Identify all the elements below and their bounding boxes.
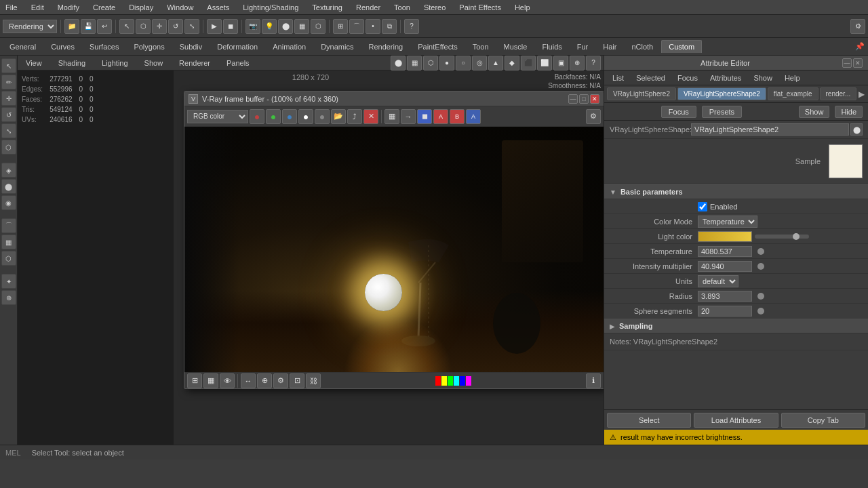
- vray-close-btn[interactable]: ✕: [590, 94, 599, 104]
- menu-display[interactable]: Display: [126, 2, 156, 13]
- vp-icon-13[interactable]: ?: [586, 56, 601, 70]
- toolbar-btn-question[interactable]: ?: [404, 19, 419, 34]
- toolbar-btn-tex[interactable]: ▦: [294, 19, 309, 34]
- curve-tool-btn[interactable]: ⌒: [1, 218, 16, 233]
- sample-swatch[interactable]: [829, 144, 863, 178]
- tab-fluids[interactable]: Fluids: [535, 41, 568, 53]
- vray-btn-stop[interactable]: ✕: [363, 109, 378, 124]
- toolbar-btn-mat[interactable]: ⬤: [278, 19, 293, 34]
- tab-hair[interactable]: Hair: [596, 41, 623, 53]
- vp-tab-show[interactable]: Show: [139, 58, 169, 68]
- toolbar-btn-1[interactable]: 📁: [64, 19, 79, 34]
- vray-bottom-fit[interactable]: ⊡: [290, 373, 304, 388]
- node-tab-scroll-right[interactable]: ▶: [858, 89, 865, 100]
- vp-icon-8[interactable]: ◆: [505, 56, 519, 70]
- custom-btn[interactable]: ⊕: [1, 290, 16, 305]
- viewport-content[interactable]: Verts: 277291 0 0 Edges: 552996 0 0 Face…: [18, 70, 604, 445]
- tab-rendering[interactable]: Rendering: [361, 41, 410, 53]
- tab-muscle[interactable]: Muscle: [497, 41, 534, 53]
- menu-toon[interactable]: Toon: [391, 2, 413, 13]
- vray-bottom-grid2[interactable]: ▦: [203, 373, 218, 388]
- tab-fur[interactable]: Fur: [570, 41, 595, 53]
- vp-icon-6[interactable]: ◎: [472, 56, 487, 70]
- load-attributes-button[interactable]: Load Attributes: [694, 413, 778, 428]
- select-tool-btn[interactable]: ↖: [1, 58, 16, 73]
- surface-tool-btn[interactable]: ▦: [1, 235, 16, 249]
- menu-create[interactable]: Create: [90, 2, 118, 13]
- transform-tool-btn[interactable]: ⬡: [1, 140, 16, 155]
- attr-tab-selected[interactable]: Selected: [631, 73, 671, 83]
- focus-button[interactable]: Focus: [661, 106, 696, 118]
- tab-custom[interactable]: Custom: [661, 40, 702, 53]
- toolbar-btn-select[interactable]: ↖: [119, 19, 134, 34]
- basic-params-section-header[interactable]: ▼ Basic parameters: [604, 184, 868, 199]
- sphere-segments-field[interactable]: [698, 306, 752, 317]
- menu-edit[interactable]: Edit: [28, 2, 47, 13]
- tab-curves[interactable]: Curves: [44, 41, 81, 53]
- vray-btn-A-red[interactable]: A: [433, 109, 448, 124]
- toolbar-btn-move[interactable]: ✛: [152, 19, 167, 34]
- copy-tab-button[interactable]: Copy Tab: [781, 413, 865, 428]
- vp-tab-renderer[interactable]: Renderer: [174, 58, 216, 68]
- vray-btn-display2[interactable]: ◼: [417, 109, 432, 124]
- menu-assets[interactable]: Assets: [204, 2, 232, 13]
- toolbar-btn-lasso[interactable]: ⬡: [136, 19, 151, 34]
- toolbar-btn-3[interactable]: ↩: [97, 19, 112, 34]
- menu-help[interactable]: Help: [512, 2, 533, 13]
- toolbar-btn-render[interactable]: ▶: [207, 19, 222, 34]
- light-color-slider[interactable]: [755, 235, 809, 239]
- vray-btn-blue[interactable]: ●: [282, 109, 297, 124]
- vp-icon-3[interactable]: ⬡: [423, 56, 438, 70]
- presets-button[interactable]: Presets: [702, 106, 742, 118]
- menu-paint-effects[interactable]: Paint Effects: [456, 2, 504, 13]
- tab-subdiv[interactable]: Subdiv: [173, 41, 210, 53]
- rendering-dropdown[interactable]: Rendering: [3, 20, 57, 33]
- attr-tab-focus[interactable]: Focus: [672, 73, 703, 83]
- rotate-tool-btn[interactable]: ↺: [1, 107, 16, 122]
- light-color-slider-thumb[interactable]: [793, 233, 800, 240]
- menu-stereo[interactable]: Stereo: [421, 2, 448, 13]
- attr-tab-show[interactable]: Show: [748, 73, 778, 83]
- tab-ncloth[interactable]: nCloth: [625, 41, 660, 53]
- vray-btn-curve[interactable]: ⤴: [347, 109, 362, 124]
- node-tab-vray-sphere-shape2[interactable]: VRayLightSphereShape2: [677, 87, 766, 100]
- vp-tab-shading[interactable]: Shading: [53, 58, 91, 68]
- attr-tab-help[interactable]: Help: [779, 73, 806, 83]
- menu-render[interactable]: Render: [353, 2, 383, 13]
- attr-tab-attributes[interactable]: Attributes: [705, 73, 747, 83]
- move-tool-btn[interactable]: ✛: [1, 91, 16, 106]
- toolbar-btn-cam[interactable]: 📷: [245, 19, 260, 34]
- tab-toon[interactable]: Toon: [466, 41, 496, 53]
- vray-minimize-btn[interactable]: —: [568, 94, 578, 104]
- vp-tab-lighting[interactable]: Lighting: [96, 58, 134, 68]
- vp-icon-9[interactable]: ⬛: [521, 56, 536, 70]
- vray-btn-A-blue[interactable]: A: [466, 109, 481, 124]
- poly-tool-btn[interactable]: ⬡: [1, 251, 16, 266]
- vray-bottom-info[interactable]: ℹ: [586, 373, 601, 388]
- tab-polygons[interactable]: Polygons: [127, 41, 171, 53]
- node-tab-render[interactable]: render...: [820, 87, 857, 100]
- vp-icon-2[interactable]: ▦: [407, 56, 422, 70]
- attr-close-btn[interactable]: ✕: [853, 58, 863, 68]
- light-color-swatch[interactable]: [698, 231, 752, 242]
- toolbar-btn-help[interactable]: ⚙: [850, 19, 865, 34]
- vray-bottom-eye[interactable]: 👁: [220, 373, 235, 388]
- intensity-field[interactable]: [698, 261, 752, 272]
- vp-icon-12[interactable]: ⊕: [570, 56, 585, 70]
- vray-btn-B-red[interactable]: B: [450, 109, 465, 124]
- select-button[interactable]: Select: [607, 413, 691, 428]
- vray-btn-folder[interactable]: 📂: [331, 109, 346, 124]
- tab-animation[interactable]: Animation: [266, 41, 313, 53]
- menu-window[interactable]: Window: [164, 2, 196, 13]
- menu-modify[interactable]: Modify: [55, 2, 82, 13]
- enabled-checkbox[interactable]: [698, 202, 707, 211]
- paint-tool-btn[interactable]: ✏: [1, 75, 16, 89]
- menu-lighting-shading[interactable]: Lighting/Shading: [240, 2, 301, 13]
- vray-btn-white[interactable]: ●: [298, 109, 313, 124]
- tab-pin-icon[interactable]: 📌: [854, 41, 865, 52]
- node-tab-flat-example[interactable]: flat_example: [768, 87, 818, 100]
- vray-color-mode-dropdown[interactable]: RGB color: [187, 110, 248, 123]
- toolbar-btn-ipr[interactable]: ◼: [223, 19, 238, 34]
- tab-deformation[interactable]: Deformation: [210, 41, 264, 53]
- vray-bottom-arrow[interactable]: ↔: [241, 373, 256, 388]
